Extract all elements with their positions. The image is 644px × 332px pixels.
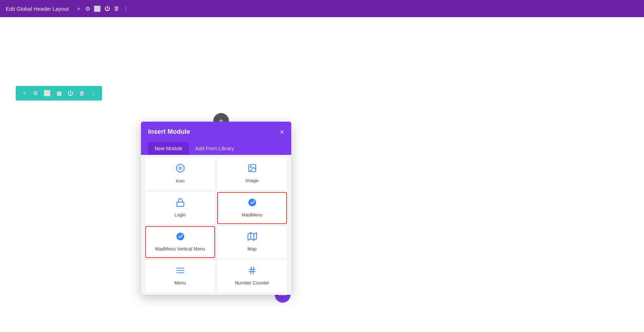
module-item-login[interactable]: Login: [145, 192, 215, 224]
row-delete-icon[interactable]: 🗑: [79, 90, 85, 97]
module-item-menu[interactable]: Menu: [145, 260, 215, 292]
top-bar-delete-icon[interactable]: 🗑: [114, 5, 119, 12]
module-icon-madmenu: [248, 198, 257, 209]
insert-module-modal: Insert Module × New Module Add From Libr…: [141, 122, 291, 295]
top-bar-power-icon[interactable]: ⏻: [104, 5, 110, 12]
modal-body: Icon Image Login: [141, 155, 291, 295]
svg-rect-4: [177, 202, 184, 206]
row-settings-icon[interactable]: ⚙: [33, 90, 38, 97]
svg-line-13: [250, 267, 251, 274]
module-label-icon: Icon: [176, 178, 185, 184]
module-label-map: Map: [248, 246, 257, 252]
module-icon-number-counter: [248, 266, 257, 277]
row-power-icon[interactable]: ⏻: [68, 90, 73, 97]
tab-add-from-library[interactable]: Add From Library: [189, 142, 240, 155]
modal-close-button[interactable]: ×: [280, 128, 284, 136]
module-icon-icon: [176, 163, 185, 175]
modules-grid: Icon Image Login: [145, 158, 287, 295]
module-icon-image: [248, 163, 257, 175]
top-bar-more-icon[interactable]: ⋮: [123, 5, 129, 12]
svg-point-1: [179, 167, 181, 170]
top-bar-add-icon[interactable]: ＋: [76, 5, 82, 13]
svg-marker-5: [248, 233, 257, 240]
module-item-map[interactable]: Map: [217, 226, 287, 258]
module-icon-menu: [176, 266, 185, 277]
module-item-madmenu[interactable]: MadMenu: [217, 192, 287, 224]
row-clone-icon[interactable]: ⬜: [44, 90, 51, 97]
module-icon-map: [248, 232, 257, 243]
module-label-login: Login: [175, 212, 186, 218]
module-label-image: Image: [245, 178, 258, 184]
modal-tabs: New Module Add From Library: [141, 142, 291, 155]
svg-point-3: [250, 166, 251, 167]
module-label-madmenu: MadMenu: [242, 212, 263, 218]
top-bar-clone-icon[interactable]: ⬜: [94, 5, 101, 12]
tab-new-module[interactable]: New Module: [148, 142, 189, 155]
top-bar-title: Edit Global Header Layout: [6, 6, 69, 12]
top-bar-actions: ＋ ⚙ ⬜ ⏻ 🗑 ⋮: [76, 5, 129, 13]
svg-line-14: [253, 267, 254, 274]
module-icon-login: [176, 198, 185, 209]
module-icon-madmenu-vertical: [176, 232, 185, 243]
row-columns-icon[interactable]: ▦: [57, 90, 62, 97]
canvas: ＋ ⚙ ⬜ ▦ ⏻ 🗑 ⋮ + Insert Module × New Modu…: [0, 17, 644, 332]
module-item-madmenu-vertical[interactable]: MadMenu Vertical Menu: [145, 226, 215, 258]
module-label-madmenu-vertical: MadMenu Vertical Menu: [155, 246, 205, 252]
module-item-number-counter[interactable]: Number Counter: [217, 260, 287, 292]
row-more-icon[interactable]: ⋮: [91, 90, 96, 97]
modal-title: Insert Module: [148, 128, 190, 136]
module-item-icon[interactable]: Icon: [145, 158, 215, 190]
modal-header: Insert Module ×: [141, 122, 291, 142]
module-item-image[interactable]: Image: [217, 158, 287, 190]
top-bar-settings-icon[interactable]: ⚙: [85, 5, 90, 12]
svg-point-0: [176, 164, 184, 172]
row-toolbar: ＋ ⚙ ⬜ ▦ ⏻ 🗑 ⋮: [16, 86, 102, 101]
top-bar: Edit Global Header Layout ＋ ⚙ ⬜ ⏻ 🗑 ⋮: [0, 0, 644, 17]
row-add-icon[interactable]: ＋: [21, 89, 27, 97]
module-label-number-counter: Number Counter: [235, 280, 269, 286]
module-label-menu: Menu: [174, 280, 186, 286]
